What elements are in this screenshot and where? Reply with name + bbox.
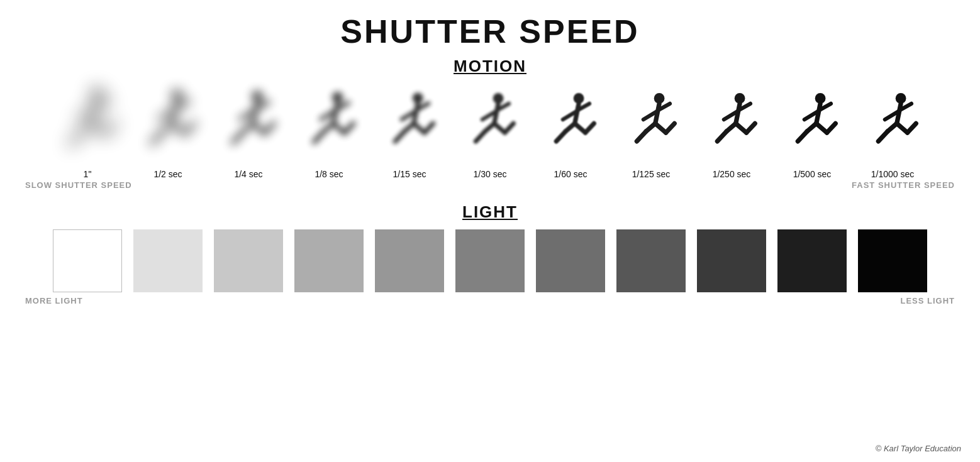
swatch-item — [289, 229, 369, 292]
svg-line-87 — [878, 131, 888, 141]
figure-wrapper — [214, 84, 283, 165]
swatch-item — [369, 229, 450, 292]
figure-wrapper — [777, 84, 847, 165]
svg-line-77 — [827, 123, 835, 133]
less-light-label: LESS LIGHT — [900, 296, 955, 305]
figure-item: 1/8 sec — [289, 84, 369, 179]
swatch-box — [294, 229, 364, 292]
light-section: LIGHT MORE LIGHT LESS LIGHT — [25, 202, 955, 305]
svg-line-37 — [424, 123, 433, 133]
swatch-box — [858, 229, 927, 292]
speed-label: 1/125 sec — [632, 169, 671, 179]
page-title: SHUTTER SPEED — [340, 13, 639, 50]
light-title: LIGHT — [462, 202, 518, 222]
svg-line-39 — [395, 131, 404, 141]
figure-wrapper — [697, 84, 766, 165]
speed-label: 1/60 sec — [554, 169, 587, 179]
more-light-label: MORE LIGHT — [25, 296, 83, 305]
svg-line-7 — [70, 132, 81, 144]
swatch-box — [375, 229, 444, 292]
figure-wrapper — [536, 84, 605, 165]
figure-item: 1/30 sec — [450, 84, 530, 179]
swatch-box — [536, 229, 605, 292]
figure-item: 1" — [47, 84, 128, 179]
figure-item: 1/4 sec — [208, 84, 289, 179]
svg-line-29 — [344, 123, 353, 133]
figure-wrapper — [616, 84, 686, 165]
figure-item: 1/500 sec — [772, 84, 852, 179]
figure-item: 1/60 sec — [530, 84, 611, 179]
speed-label: 1" — [84, 169, 92, 179]
speed-label: 1/2 sec — [153, 169, 182, 179]
swatch-item — [530, 229, 611, 292]
swatch-box — [777, 229, 847, 292]
svg-line-79 — [798, 131, 807, 141]
figure-wrapper — [375, 84, 444, 165]
speed-label: 1/1000 sec — [871, 169, 915, 179]
speed-label: 1/8 sec — [315, 169, 343, 179]
svg-line-13 — [184, 123, 194, 133]
motion-section: MOTION 1" — [25, 57, 955, 197]
swatch-item — [611, 229, 691, 292]
figure-item: 1/2 sec — [128, 84, 208, 179]
figure-item: 1/125 sec — [611, 84, 691, 179]
figure-wrapper — [455, 84, 525, 165]
svg-line-55 — [556, 131, 565, 141]
figure-wrapper — [858, 84, 927, 165]
swatch-item — [450, 229, 530, 292]
swatch-box — [214, 229, 283, 292]
figure-wrapper — [133, 84, 203, 165]
swatch-item — [208, 229, 289, 292]
svg-line-5 — [104, 123, 114, 134]
speed-label: 1/250 sec — [713, 169, 751, 179]
swatch-item — [47, 229, 128, 292]
svg-line-15 — [152, 132, 162, 143]
swatch-box — [455, 229, 525, 292]
svg-line-63 — [637, 131, 646, 141]
swatch-item — [772, 229, 852, 292]
page-container: SHUTTER SPEED MOTION 1" — [0, 0, 980, 462]
svg-line-61 — [665, 123, 674, 133]
copyright: © Karl Taylor Education — [876, 444, 961, 453]
motion-title: MOTION — [454, 57, 526, 76]
speed-label: 1/15 sec — [393, 169, 426, 179]
speed-label: 1/30 sec — [474, 169, 507, 179]
svg-line-71 — [717, 131, 727, 141]
figure-wrapper — [294, 84, 364, 165]
svg-line-85 — [907, 123, 916, 133]
figure-item: 1/1000 sec — [852, 84, 933, 179]
figure-wrapper — [53, 84, 122, 165]
svg-line-31 — [314, 131, 323, 141]
swatch-box — [616, 229, 686, 292]
figure-item: 1/15 sec — [369, 84, 450, 179]
svg-line-23 — [233, 131, 243, 142]
svg-line-45 — [504, 123, 513, 133]
figure-item: 1/250 sec — [691, 84, 772, 179]
slow-shutter-label: SLOW SHUTTER SPEED — [25, 180, 132, 190]
slow-fast-row: SLOW SHUTTER SPEED FAST SHUTTER SPEED — [25, 179, 955, 197]
swatch-item — [128, 229, 208, 292]
swatch-item — [852, 229, 933, 292]
swatch-item — [691, 229, 772, 292]
svg-line-53 — [585, 123, 594, 133]
speed-label: 1/4 sec — [234, 169, 262, 179]
fast-shutter-label: FAST SHUTTER SPEED — [852, 180, 955, 190]
speed-label: 1/500 sec — [793, 169, 832, 179]
figures-row: 1" 1/2 sec — [25, 84, 955, 179]
swatch-box — [53, 229, 122, 292]
more-less-row: MORE LIGHT LESS LIGHT — [25, 292, 955, 305]
svg-line-47 — [476, 131, 485, 141]
swatch-box — [697, 229, 766, 292]
svg-line-21 — [264, 123, 274, 133]
svg-line-69 — [746, 123, 755, 133]
swatch-box — [133, 229, 203, 292]
swatches-row — [25, 229, 955, 292]
